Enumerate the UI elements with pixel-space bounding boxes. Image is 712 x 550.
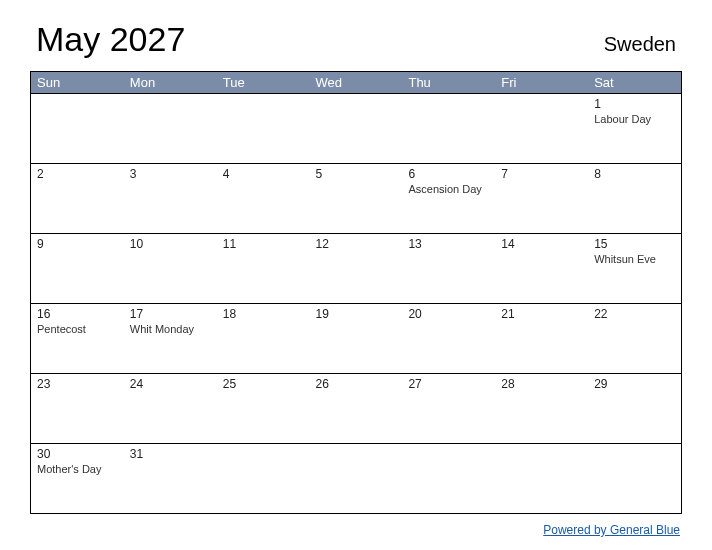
day-number: 12 [316,237,397,251]
day-number: 24 [130,377,211,391]
day-number: 19 [316,307,397,321]
day-cell: 26 [310,374,403,443]
day-cell: 23 [31,374,124,443]
day-number: 20 [408,307,489,321]
page-title: May 2027 [36,20,185,59]
day-cell [124,94,217,163]
day-number: 29 [594,377,675,391]
weekday-wed: Wed [310,72,403,93]
day-cell: 17Whit Monday [124,304,217,373]
week-row: 30Mother's Day 31 [31,443,681,513]
region-label: Sweden [604,33,676,56]
day-number: 11 [223,237,304,251]
day-event: Whitsun Eve [594,253,675,265]
weekday-sat: Sat [588,72,681,93]
weekday-thu: Thu [402,72,495,93]
powered-by-link[interactable]: Powered by General Blue [543,523,680,537]
week-row: 9 10 11 12 13 14 15Whitsun Eve [31,233,681,303]
day-event: Pentecost [37,323,118,335]
week-row: 16Pentecost 17Whit Monday 18 19 20 21 22 [31,303,681,373]
day-cell: 12 [310,234,403,303]
day-cell: 6Ascension Day [402,164,495,233]
day-cell: 15Whitsun Eve [588,234,681,303]
day-event: Labour Day [594,113,675,125]
day-number: 13 [408,237,489,251]
weekday-header-row: Sun Mon Tue Wed Thu Fri Sat [31,72,681,93]
day-number: 30 [37,447,118,461]
day-number: 26 [316,377,397,391]
day-event: Mother's Day [37,463,118,475]
day-cell: 18 [217,304,310,373]
day-number: 7 [501,167,582,181]
day-cell: 28 [495,374,588,443]
day-cell [217,444,310,513]
day-number: 28 [501,377,582,391]
day-number: 10 [130,237,211,251]
day-number: 5 [316,167,397,181]
weekday-tue: Tue [217,72,310,93]
day-number: 1 [594,97,675,111]
day-number: 4 [223,167,304,181]
weekday-fri: Fri [495,72,588,93]
day-cell: 27 [402,374,495,443]
day-number: 2 [37,167,118,181]
day-cell: 24 [124,374,217,443]
day-cell: 11 [217,234,310,303]
day-cell [495,444,588,513]
day-cell [310,94,403,163]
day-cell [402,94,495,163]
day-cell: 19 [310,304,403,373]
day-cell: 13 [402,234,495,303]
week-row: 2 3 4 5 6Ascension Day 7 8 [31,163,681,233]
day-cell [31,94,124,163]
day-number: 16 [37,307,118,321]
day-number: 15 [594,237,675,251]
day-number: 18 [223,307,304,321]
day-cell: 4 [217,164,310,233]
day-number: 27 [408,377,489,391]
weekday-sun: Sun [31,72,124,93]
day-cell [495,94,588,163]
day-cell: 9 [31,234,124,303]
day-number: 25 [223,377,304,391]
day-cell [217,94,310,163]
weekday-mon: Mon [124,72,217,93]
day-number: 22 [594,307,675,321]
day-cell: 10 [124,234,217,303]
calendar-header: May 2027 Sweden [30,20,682,59]
day-cell: 21 [495,304,588,373]
day-cell: 14 [495,234,588,303]
day-number: 31 [130,447,211,461]
day-number: 3 [130,167,211,181]
day-cell: 30Mother's Day [31,444,124,513]
day-cell: 16Pentecost [31,304,124,373]
day-cell [588,444,681,513]
day-number: 17 [130,307,211,321]
day-number: 8 [594,167,675,181]
day-cell: 25 [217,374,310,443]
calendar-grid: Sun Mon Tue Wed Thu Fri Sat 1Labour Day … [30,71,682,514]
day-cell: 20 [402,304,495,373]
day-event: Ascension Day [408,183,489,195]
day-number: 23 [37,377,118,391]
day-cell: 2 [31,164,124,233]
day-cell [402,444,495,513]
week-row: 1Labour Day [31,93,681,163]
day-number: 9 [37,237,118,251]
day-cell: 5 [310,164,403,233]
day-cell: 1Labour Day [588,94,681,163]
day-number: 21 [501,307,582,321]
day-cell: 8 [588,164,681,233]
day-number: 14 [501,237,582,251]
day-cell: 22 [588,304,681,373]
day-event: Whit Monday [130,323,211,335]
day-cell [310,444,403,513]
day-cell: 7 [495,164,588,233]
day-number: 6 [408,167,489,181]
day-cell: 29 [588,374,681,443]
week-row: 23 24 25 26 27 28 29 [31,373,681,443]
footer: Powered by General Blue [30,520,682,538]
day-cell: 31 [124,444,217,513]
day-cell: 3 [124,164,217,233]
